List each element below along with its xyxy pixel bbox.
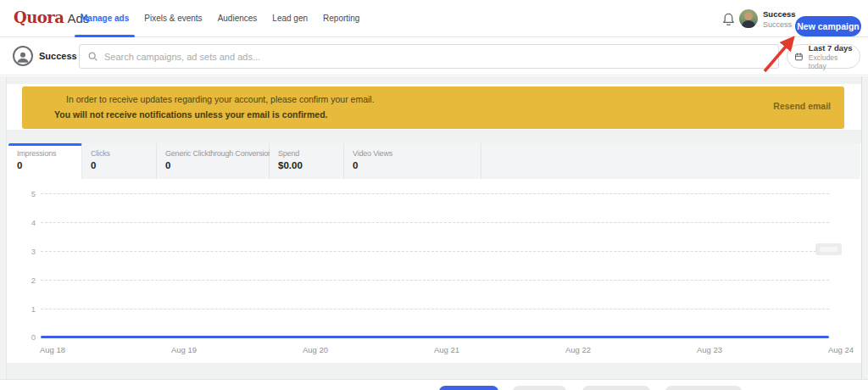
y-axis-tick: 0 [14,332,36,342]
annotation-arrow [760,36,799,75]
account-avatar-icon[interactable] [13,46,33,66]
metric-tab-clicks[interactable]: Clicks 0 [82,143,157,179]
resend-email-button[interactable]: Resend email [773,101,831,111]
account-toolbar: Success Last 7 days Excludes today [0,37,868,75]
metric-label: Generic Clickthrough Conversions [165,149,269,158]
y-axis-tick: 4 [14,218,36,227]
nav-tab-lead-gen[interactable]: Lead gen [272,0,308,37]
user-name: Success [763,9,797,19]
metric-value: $0.00 [278,160,343,170]
cutoff-secondary-button[interactable] [582,386,650,390]
notifications-bell-icon[interactable] [722,12,735,25]
top-header: QuoraAds Manage ads Pixels & events Audi… [0,0,868,37]
primary-nav: Manage ads Pixels & events Audiences Lea… [81,0,359,37]
x-axis-label: Aug 22 [565,345,591,354]
search-icon [87,51,98,62]
y-axis-tick: 1 [14,304,36,314]
x-axis-label: Aug 24 [828,345,854,354]
metric-value: 0 [17,160,81,170]
metric-tab-spend[interactable]: Spend $0.00 [270,143,344,179]
metric-label: Video Views [353,149,481,158]
separator-band [0,130,868,143]
right-page-gutter [861,76,868,390]
email-confirmation-banner: In order to receive updates regarding yo… [22,86,844,129]
performance-card: Impressions 0 Clicks 0 Generic Clickthro… [8,143,860,363]
search-input[interactable] [104,52,771,62]
x-axis-label: Aug 21 [434,345,459,354]
chart-series-line [41,336,829,338]
cutoff-secondary-button[interactable] [665,386,742,390]
metric-value: 0 [91,160,156,170]
bottom-action-bar [0,379,868,390]
user-handle: Success [763,20,797,29]
user-menu[interactable]: Success Success [763,9,797,29]
new-campaign-button[interactable]: New campaign [795,16,861,36]
x-axis-label: Aug 18 [40,345,65,354]
nav-tab-reporting[interactable]: Reporting [323,0,359,37]
x-axis-label: Aug 20 [303,345,328,354]
x-axis-label: Aug 19 [171,345,197,354]
banner-message: In order to receive updates regarding yo… [66,94,375,104]
cutoff-secondary-button[interactable] [513,386,566,390]
account-name: Success [39,51,77,61]
metric-tab-impressions[interactable]: Impressions 0 [8,143,82,179]
faded-tooltip [815,243,842,255]
metric-tab-video-views[interactable]: Video Views 0 [344,143,481,179]
nav-tab-pixels-events[interactable]: Pixels & events [144,0,202,37]
separator-band [0,76,868,84]
metric-tabstrip: Impressions 0 Clicks 0 Generic Clickthro… [8,143,860,179]
nav-tab-manage-ads[interactable]: Manage ads [81,0,129,37]
separator-band [0,363,868,379]
metric-label: Spend [278,149,343,158]
metric-label: Clicks [91,149,156,158]
left-page-gutter [0,76,7,390]
date-range-label: Last 7 days [809,43,853,53]
y-axis-tick: 5 [14,189,36,198]
date-range-note: Excludes today [809,53,853,70]
quora-ads-dashboard: QuoraAds Manage ads Pixels & events Audi… [0,0,868,390]
search-box [79,44,779,69]
banner-warning: You will not receive notifications unles… [54,109,327,120]
x-axis-label: Aug 23 [697,345,722,354]
user-avatar[interactable] [739,9,758,28]
metric-tab-conversions[interactable]: Generic Clickthrough Conversions 0 [157,143,270,179]
metric-label: Impressions [17,149,81,158]
y-axis-tick: 2 [14,276,36,285]
metric-value: 0 [165,160,269,170]
y-axis-tick: 3 [14,247,36,256]
logo-quora-text: Quora [14,8,64,26]
bell-icon [722,12,735,25]
cutoff-primary-button[interactable] [439,386,498,390]
nav-tab-audiences[interactable]: Audiences [218,0,258,37]
quora-ads-logo[interactable]: QuoraAds [14,8,89,26]
metric-value: 0 [353,160,481,170]
person-icon [15,49,31,64]
